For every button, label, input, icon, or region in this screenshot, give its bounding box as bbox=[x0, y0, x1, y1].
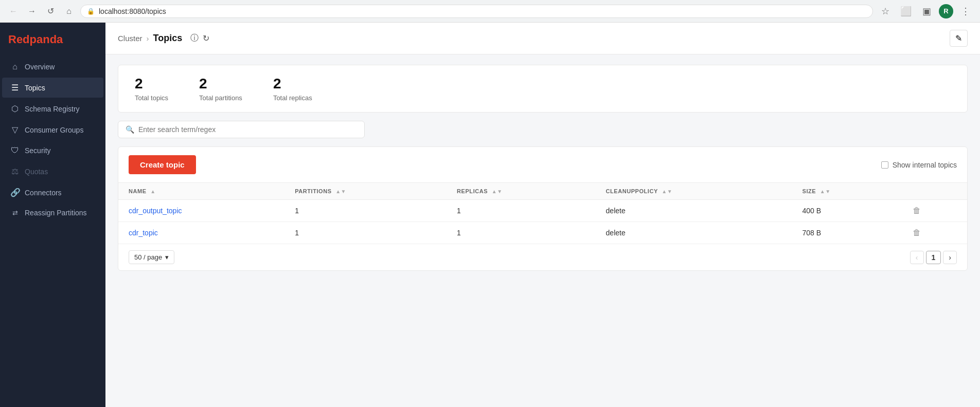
total-replicas-label: Total replicas bbox=[273, 94, 312, 102]
delete-topic-button[interactable]: 🗑 bbox=[913, 206, 921, 215]
topic-replicas-cell: 1 bbox=[447, 222, 595, 244]
table-row: cdr_topic 1 1 delete 708 B 🗑 bbox=[118, 222, 967, 244]
list-icon: ☰ bbox=[10, 83, 20, 92]
sidebar-item-label: Quotas bbox=[25, 168, 48, 176]
topic-cleanuppolicy-cell: delete bbox=[596, 200, 792, 222]
sidebar-item-label: Topics bbox=[25, 84, 45, 92]
internal-topics-checkbox[interactable] bbox=[881, 161, 888, 169]
page-title: Topics bbox=[153, 33, 183, 44]
breadcrumb: Cluster › Topics ⓘ ↻ bbox=[118, 33, 209, 44]
content-area: 🔍 Create topic Show internal topics bbox=[118, 121, 968, 271]
user-avatar[interactable]: R bbox=[939, 4, 953, 18]
search-input[interactable] bbox=[138, 125, 357, 134]
browser-actions: ☆ ⬜ ▣ R ⋮ bbox=[877, 3, 974, 20]
reload-button[interactable]: ↺ bbox=[43, 4, 58, 18]
consumers-icon: ▽ bbox=[10, 125, 20, 135]
show-internal-topics-label: Show internal topics bbox=[893, 161, 957, 169]
stats-card: 2 Total topics 2 Total partitions 2 Tota… bbox=[118, 65, 968, 113]
column-cleanuppolicy[interactable]: CLEANUPPOLICY ▲▼ bbox=[596, 183, 792, 200]
next-page-button[interactable]: › bbox=[943, 251, 957, 264]
pagination-controls: ‹ 1 › bbox=[910, 251, 957, 264]
show-internal-topics-toggle[interactable]: Show internal topics bbox=[881, 161, 957, 169]
shield-icon: 🛡 bbox=[10, 146, 20, 155]
table-body: cdr_output_topic 1 1 delete 400 B 🗑 cdr_… bbox=[118, 200, 967, 244]
topic-actions-cell: 🗑 bbox=[902, 200, 967, 222]
sort-partitions-icon: ▲▼ bbox=[335, 189, 346, 194]
topic-replicas-cell: 1 bbox=[447, 200, 595, 222]
pagination-row: 50 / page ▾ ‹ 1 › bbox=[118, 244, 967, 270]
topics-table: NAME ▲ PARTITIONS ▲▼ REPLICAS ▲▼ bbox=[118, 182, 967, 244]
search-icon: 🔍 bbox=[126, 125, 134, 134]
column-name[interactable]: NAME ▲ bbox=[118, 183, 284, 200]
column-actions bbox=[902, 183, 967, 200]
column-partitions[interactable]: PARTITIONS ▲▼ bbox=[284, 183, 447, 200]
home-icon: ⌂ bbox=[10, 62, 20, 71]
page-header: Cluster › Topics ⓘ ↻ ✎ bbox=[105, 23, 980, 54]
sidebar-item-schema-registry[interactable]: ⬡ Schema Registry bbox=[2, 99, 103, 119]
bookmark-button[interactable]: ☆ bbox=[877, 3, 894, 20]
settings-button[interactable]: ✎ bbox=[950, 30, 968, 47]
sidebar-item-label: Connectors bbox=[25, 189, 62, 197]
prev-page-button[interactable]: ‹ bbox=[910, 251, 924, 264]
breadcrumb-parent[interactable]: Cluster bbox=[118, 34, 142, 43]
topic-actions-cell: 🗑 bbox=[902, 222, 967, 244]
refresh-button[interactable]: ↻ bbox=[203, 33, 209, 43]
column-size[interactable]: SIZE ▲▼ bbox=[792, 183, 902, 200]
topic-partitions-cell: 1 bbox=[284, 222, 447, 244]
topic-name-cell[interactable]: cdr_topic bbox=[118, 222, 284, 244]
sidebar-item-quotas: ⚖ Quotas bbox=[2, 161, 103, 181]
home-button[interactable]: ⌂ bbox=[62, 4, 76, 18]
sidebar-toggle-button[interactable]: ▣ bbox=[918, 3, 935, 20]
topic-name-cell[interactable]: cdr_output_topic bbox=[118, 200, 284, 222]
extensions-button[interactable]: ⬜ bbox=[898, 3, 914, 20]
sidebar-item-label: Reassign Partitions bbox=[25, 209, 87, 217]
browser-chrome: ← → ↺ ⌂ 🔒 localhost:8080/topics ☆ ⬜ ▣ R … bbox=[0, 0, 980, 23]
app-container: Redpanda ⌂ Overview ☰ Topics ⬡ Schema Re… bbox=[0, 23, 980, 407]
create-topic-button[interactable]: Create topic bbox=[129, 155, 196, 174]
sort-name-icon: ▲ bbox=[150, 189, 155, 194]
delete-topic-button[interactable]: 🗑 bbox=[913, 228, 921, 237]
topic-size-cell: 400 B bbox=[792, 200, 902, 222]
column-replicas[interactable]: REPLICAS ▲▼ bbox=[447, 183, 595, 200]
reassign-icon: ⇄ bbox=[10, 209, 20, 217]
per-page-select[interactable]: 50 / page ▾ bbox=[129, 250, 174, 264]
search-bar[interactable]: 🔍 bbox=[118, 121, 365, 138]
sidebar-logo: Redpanda bbox=[0, 23, 105, 57]
topic-partitions-cell: 1 bbox=[284, 200, 447, 222]
sidebar-item-label: Schema Registry bbox=[25, 105, 80, 113]
sort-cleanuppolicy-icon: ▲▼ bbox=[662, 189, 672, 194]
total-topics-value: 2 bbox=[135, 76, 168, 92]
sidebar-item-consumer-groups[interactable]: ▽ Consumer Groups bbox=[2, 120, 103, 140]
sort-replicas-icon: ▲▼ bbox=[492, 189, 503, 194]
sort-size-icon: ▲▼ bbox=[820, 189, 831, 194]
main-content: Cluster › Topics ⓘ ↻ ✎ 2 Total topics 2 … bbox=[105, 23, 980, 407]
topics-toolbar: Create topic Show internal topics bbox=[118, 147, 967, 182]
sidebar-item-topics[interactable]: ☰ Topics bbox=[2, 78, 103, 98]
table-header: NAME ▲ PARTITIONS ▲▼ REPLICAS ▲▼ bbox=[118, 183, 967, 200]
header-actions: ✎ bbox=[950, 30, 968, 47]
breadcrumb-separator: › bbox=[147, 34, 149, 43]
more-menu-button[interactable]: ⋮ bbox=[957, 3, 974, 20]
back-button[interactable]: ← bbox=[6, 4, 21, 18]
total-topics-label: Total topics bbox=[135, 94, 168, 102]
quotas-icon: ⚖ bbox=[10, 166, 20, 176]
page-number-button[interactable]: 1 bbox=[926, 251, 941, 264]
address-bar[interactable]: 🔒 localhost:8080/topics bbox=[80, 5, 873, 18]
address-text: localhost:8080/topics bbox=[99, 7, 166, 15]
header-icons: ⓘ ↻ bbox=[190, 33, 209, 44]
sidebar-item-security[interactable]: 🛡 Security bbox=[2, 141, 103, 160]
topics-card: Create topic Show internal topics NAME ▲ bbox=[118, 146, 968, 271]
total-replicas-value: 2 bbox=[273, 76, 312, 92]
per-page-chevron-icon: ▾ bbox=[165, 253, 169, 261]
sidebar-item-connectors[interactable]: 🔗 Connectors bbox=[2, 182, 103, 202]
sidebar-item-reassign-partitions[interactable]: ⇄ Reassign Partitions bbox=[2, 203, 103, 222]
total-replicas-stat: 2 Total replicas bbox=[273, 76, 312, 102]
total-partitions-label: Total partitions bbox=[199, 94, 242, 102]
sidebar-item-label: Security bbox=[25, 146, 51, 155]
topic-cleanuppolicy-cell: delete bbox=[596, 222, 792, 244]
sidebar-item-overview[interactable]: ⌂ Overview bbox=[2, 57, 103, 77]
info-button[interactable]: ⓘ bbox=[190, 33, 199, 44]
sidebar-item-label: Overview bbox=[25, 63, 55, 71]
connectors-icon: 🔗 bbox=[10, 188, 20, 197]
forward-button[interactable]: → bbox=[25, 4, 39, 18]
